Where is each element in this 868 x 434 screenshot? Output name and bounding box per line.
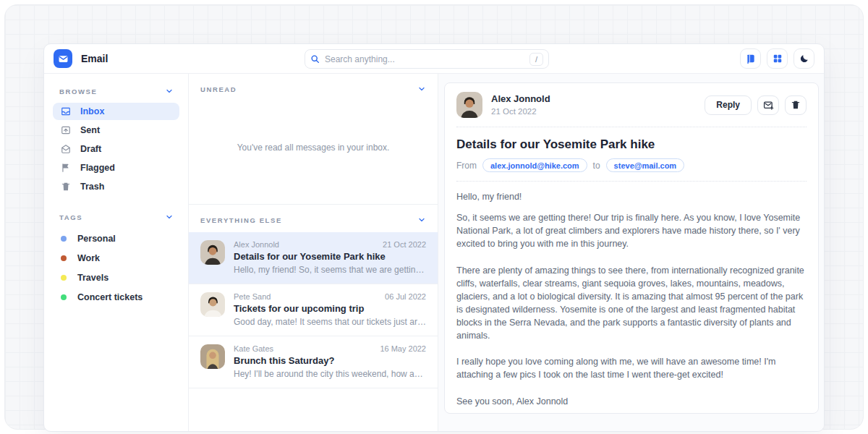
avatar: [200, 292, 225, 317]
message-header: Alex Jonnold 21 Oct 2022 Reply: [456, 92, 807, 118]
from-to-row: From alex.jonnold@hike.com to steve@mail…: [456, 158, 807, 172]
mail-subject: Tickets for our upcoming trip: [234, 303, 426, 314]
reply-button[interactable]: Reply: [705, 95, 752, 115]
tags-section: TAGS Personal Work Travels: [53, 207, 179, 307]
body-paragraph: See you soon, Alex Jonnold: [456, 395, 807, 408]
divider: [456, 181, 807, 182]
from-label: From: [456, 161, 477, 171]
avatar: [200, 344, 225, 369]
message-card: Alex Jonnold 21 Oct 2022 Reply: [444, 82, 819, 414]
mail-preview: Hello, my friend! So, it seems that we a…: [234, 265, 426, 275]
sender-name: Pete Sand: [234, 292, 271, 301]
envelope-open-icon: [61, 144, 71, 154]
envelope-plus-icon: [763, 100, 774, 111]
everything-else-label: EVERYTHING ELSE: [200, 216, 282, 224]
to-email-pill[interactable]: steve@mail.com: [606, 158, 685, 172]
search-bar[interactable]: /: [305, 49, 549, 69]
tag-label: Travels: [77, 273, 109, 283]
sender-name: Kate Gates: [234, 344, 273, 353]
mail-preview: Good day, mate! It seems that our ticket…: [234, 317, 426, 327]
notebook-button[interactable]: [740, 48, 761, 69]
sidebar-item-draft[interactable]: Draft: [53, 140, 179, 158]
sidebar-item-inbox[interactable]: Inbox: [53, 103, 179, 120]
tag-concert-tickets[interactable]: Concert tickets: [53, 287, 179, 307]
app-header: Email /: [44, 44, 824, 74]
notebook-icon: [746, 54, 756, 64]
message-actions: Reply: [705, 95, 807, 115]
tag-personal[interactable]: Personal: [53, 229, 179, 248]
sender-info: Alex Jonnold 21 Oct 2022: [491, 93, 550, 117]
email-logo: [54, 49, 72, 68]
message-detail-panel: Alex Jonnold 21 Oct 2022 Reply: [438, 74, 824, 431]
sidebar: BROWSE Inbox Sent: [44, 74, 189, 431]
body-paragraph: Hello, my friend!: [456, 190, 807, 203]
mail-item-content: Alex Jonnold 21 Oct 2022 Details for our…: [234, 240, 426, 275]
sidebar-item-trash[interactable]: Trash: [53, 178, 179, 195]
moon-icon: [799, 54, 809, 64]
apps-button[interactable]: [767, 48, 788, 69]
forward-mail-button[interactable]: [757, 95, 779, 115]
mail-subject: Brunch this Saturday?: [234, 355, 426, 366]
delete-mail-button[interactable]: [785, 95, 807, 115]
app-body: BROWSE Inbox Sent: [44, 74, 824, 431]
message-subject: Details for our Yosemite Park hike: [456, 137, 807, 152]
message-body: Hello, my friend! So, it seems we are ge…: [456, 190, 807, 408]
mail-preview: Hey! I'll be around the city this weeken…: [234, 369, 426, 379]
to-label: to: [593, 161, 600, 171]
mail-list-item-kate[interactable]: Kate Gates 16 May 2022 Brunch this Satur…: [189, 336, 438, 388]
mail-icon: [58, 54, 69, 64]
everything-else-section-header[interactable]: EVERYTHING ELSE: [189, 205, 438, 232]
chevron-down-icon: [165, 87, 174, 95]
flag-icon: [61, 163, 71, 173]
header-actions: [740, 48, 814, 69]
from-email-pill[interactable]: alex.jonnold@hike.com: [482, 158, 587, 172]
sidebar-item-label: Sent: [80, 125, 100, 135]
divider: [456, 127, 807, 127]
tag-label: Work: [77, 253, 100, 263]
tag-work[interactable]: Work: [53, 248, 179, 268]
body-paragraph: I really hope you love coming along with…: [456, 355, 807, 381]
tag-dot-orange: [61, 255, 67, 261]
chevron-down-icon: [165, 213, 174, 221]
mail-item-content: Kate Gates 16 May 2022 Brunch this Satur…: [234, 344, 426, 379]
trash-icon: [61, 182, 71, 192]
mail-list-item-alex[interactable]: Alex Jonnold 21 Oct 2022 Details for our…: [189, 232, 438, 284]
mail-date: 16 May 2022: [380, 344, 426, 353]
message-list-column: UNREAD You've read all messages in your …: [189, 74, 438, 431]
trash-icon: [791, 100, 801, 110]
mail-date: 21 Oct 2022: [383, 240, 426, 249]
browse-section-header[interactable]: BROWSE: [53, 81, 179, 103]
avatar: [200, 240, 225, 265]
tag-dot-green: [61, 294, 67, 300]
mail-date: 06 Jul 2022: [385, 292, 426, 301]
search-input[interactable]: [325, 54, 524, 64]
sidebar-item-label: Trash: [80, 182, 104, 192]
tags-section-header[interactable]: TAGS: [53, 207, 179, 229]
sidebar-item-sent[interactable]: Sent: [53, 122, 179, 139]
app-title: Email: [81, 53, 108, 64]
tag-travels[interactable]: Travels: [53, 268, 179, 287]
dark-mode-button[interactable]: [793, 48, 814, 69]
mail-subject: Details for our Yosemite Park hike: [234, 251, 426, 262]
tag-label: Concert tickets: [77, 292, 142, 302]
tag-dot-yellow: [61, 275, 67, 281]
inbox-icon: [61, 106, 71, 116]
sidebar-item-label: Flagged: [80, 163, 115, 173]
apps-grid-icon: [773, 54, 783, 64]
tag-dot-blue: [61, 236, 67, 242]
unread-label: UNREAD: [200, 85, 237, 93]
sent-icon: [61, 125, 71, 135]
sidebar-item-label: Draft: [80, 144, 101, 154]
unread-section-header[interactable]: UNREAD: [189, 74, 438, 101]
email-app-window: Email /: [43, 43, 825, 432]
mail-item-content: Pete Sand 06 Jul 2022 Tickets for our up…: [234, 292, 426, 327]
sidebar-item-label: Inbox: [80, 106, 104, 116]
sidebar-item-flagged[interactable]: Flagged: [53, 159, 179, 176]
body-paragraph: So, it seems we are getting there! Our t…: [456, 211, 807, 250]
browse-label: BROWSE: [59, 88, 97, 95]
search-icon: [310, 54, 320, 64]
sender-name: Alex Jonnold: [491, 93, 550, 105]
mail-list-item-pete[interactable]: Pete Sand 06 Jul 2022 Tickets for our up…: [189, 284, 438, 336]
tags-label: TAGS: [59, 213, 82, 221]
avatar: [456, 92, 482, 118]
